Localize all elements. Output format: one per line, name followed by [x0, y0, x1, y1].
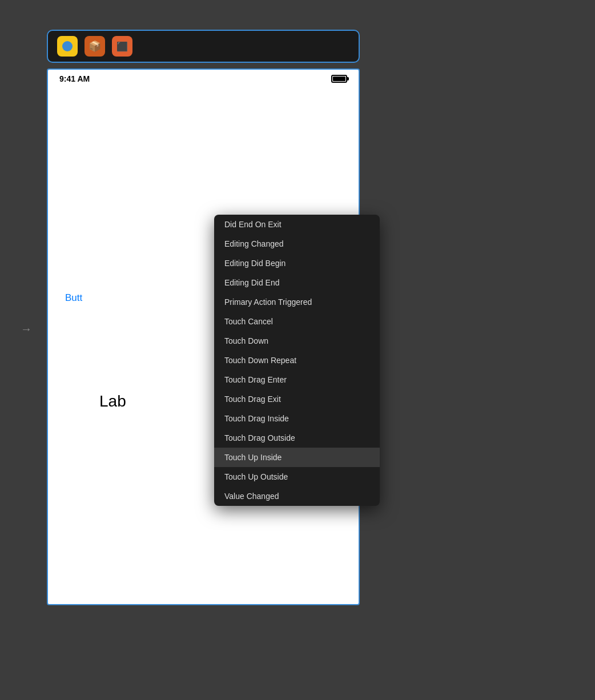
toolbar: 📦 ⬛: [47, 30, 360, 63]
run-button-icon[interactable]: [57, 36, 78, 57]
dropdown-item[interactable]: Touch Drag Enter: [214, 370, 380, 389]
dropdown-item[interactable]: Touch Drag Outside: [214, 428, 380, 448]
storyboard-icon[interactable]: ⬛: [112, 36, 132, 57]
dropdown-item[interactable]: Value Changed: [214, 486, 380, 506]
dropdown-item[interactable]: Touch Drag Exit: [214, 389, 380, 409]
realitykit-icon[interactable]: 📦: [85, 36, 105, 57]
dropdown-item[interactable]: Primary Action Triggered: [214, 292, 380, 312]
status-bar: 9:41 AM: [48, 70, 359, 88]
dropdown-item[interactable]: Touch Down Repeat: [214, 351, 380, 370]
dropdown-item[interactable]: Touch Cancel: [214, 312, 380, 331]
dropdown-item[interactable]: Touch Up Outside: [214, 467, 380, 486]
dropdown-item[interactable]: Editing Did Begin: [214, 254, 380, 273]
dropdown-item[interactable]: Touch Up Inside: [214, 448, 380, 467]
dropdown-item[interactable]: Editing Did End: [214, 273, 380, 292]
dropdown-item[interactable]: Touch Drag Inside: [214, 409, 380, 428]
dropdown-item[interactable]: Editing Changed: [214, 234, 380, 254]
dropdown-item[interactable]: Did End On Exit: [214, 215, 380, 234]
status-time: 9:41 AM: [59, 74, 90, 83]
canvas-button[interactable]: Butt: [65, 292, 82, 304]
canvas-label: Lab: [99, 392, 126, 411]
event-dropdown-menu: Did End On ExitEditing ChangedEditing Di…: [214, 215, 380, 506]
battery-icon: [331, 75, 347, 83]
left-arrow-icon[interactable]: →: [21, 323, 32, 336]
dropdown-item[interactable]: Touch Down: [214, 331, 380, 351]
